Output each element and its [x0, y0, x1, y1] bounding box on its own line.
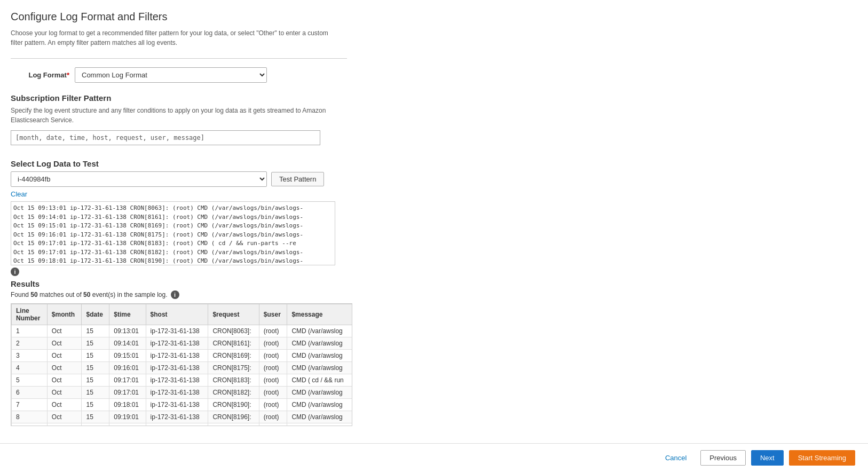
info-icon: i — [11, 268, 19, 276]
cell-message: CMD ( cd / && run — [287, 374, 352, 387]
table-row: 8 Oct 15 09:19:01 ip-172-31-61-138 CRON[… — [12, 411, 353, 423]
filter-pattern-input[interactable] — [11, 130, 320, 145]
start-streaming-button[interactable]: Start Streaming — [789, 450, 855, 466]
cell-message: CMD (/var/awslog — [287, 362, 352, 374]
cell-date: 15 — [82, 337, 109, 350]
cell-host: ip-172-31-61-138 — [146, 423, 208, 427]
cell-line: 4 — [12, 362, 48, 374]
cell-request: CRON[8190]: — [208, 399, 259, 411]
col-time: $time — [109, 304, 146, 325]
cell-date: 15 — [82, 423, 109, 427]
cell-host: ip-172-31-61-138 — [146, 337, 208, 350]
cell-time: 09:19:01 — [109, 411, 146, 423]
results-info-icon: i — [171, 290, 179, 299]
col-date: $date — [82, 304, 109, 325]
previous-button[interactable]: Previous — [700, 450, 746, 466]
table-row: 5 Oct 15 09:17:01 ip-172-31-61-138 CRON[… — [12, 374, 353, 387]
cell-month: Oct — [47, 362, 82, 374]
cell-request: CRON[8196]: — [208, 411, 259, 423]
cell-time: 09:17:01 — [109, 374, 146, 387]
page-description: Choose your log format to get a recommen… — [11, 28, 342, 48]
col-request: $request — [208, 304, 259, 325]
cancel-button[interactable]: Cancel — [657, 451, 695, 465]
cell-month: Oct — [47, 325, 82, 337]
cell-time: 09:17:01 — [109, 387, 146, 399]
cell-user: (root) — [259, 350, 287, 362]
cell-line: 8 — [12, 411, 48, 423]
cell-host: ip-172-31-61-138 — [146, 387, 208, 399]
cell-line: 2 — [12, 337, 48, 350]
cell-message: CMD (/var/awslog — [287, 411, 352, 423]
cell-date: 15 — [82, 325, 109, 337]
log-format-label: Log Format* — [11, 71, 75, 79]
results-table-header-row: LineNumber $month $date $time $host $req… — [12, 304, 353, 325]
cell-time: 09:16:01 — [109, 362, 146, 374]
results-table: LineNumber $month $date $time $host $req… — [11, 304, 352, 426]
cell-host: ip-172-31-61-138 — [146, 374, 208, 387]
table-row: 6 Oct 15 09:17:01 ip-172-31-61-138 CRON[… — [12, 387, 353, 399]
select-log-title: Select Log Data to Test — [11, 159, 347, 168]
log-instance-select[interactable]: i-440984fb i-123456ab i-789012cd — [11, 171, 267, 187]
results-table-container[interactable]: LineNumber $month $date $time $host $req… — [11, 303, 352, 426]
col-host: $host — [146, 304, 208, 325]
cell-month: Oct — [47, 337, 82, 350]
results-summary-text: Found 50 matches out of 50 event(s) in t… — [11, 291, 168, 298]
cell-request: CRON[8183]: — [208, 374, 259, 387]
cell-line: 9 — [12, 423, 48, 427]
cell-month: Oct — [47, 399, 82, 411]
next-button[interactable]: Next — [751, 450, 784, 466]
table-row: 7 Oct 15 09:18:01 ip-172-31-61-138 CRON[… — [12, 399, 353, 411]
cell-line: 3 — [12, 350, 48, 362]
subscription-filter-title: Subscription Filter Pattern — [11, 93, 347, 103]
table-row: 4 Oct 15 09:16:01 ip-172-31-61-138 CRON[… — [12, 362, 353, 374]
subscription-filter-section: Subscription Filter Pattern Specify the … — [11, 93, 347, 156]
cell-host: ip-172-31-61-138 — [146, 325, 208, 337]
cell-user: (root) — [259, 411, 287, 423]
cell-host: ip-172-31-61-138 — [146, 399, 208, 411]
test-pattern-button[interactable]: Test Pattern — [271, 172, 324, 186]
cell-month: Oct — [47, 350, 82, 362]
log-format-row: Log Format* Common Log Format Apache Log… — [11, 67, 347, 83]
cell-date: 15 — [82, 387, 109, 399]
log-format-select[interactable]: Common Log Format Apache Log Format Sysl… — [75, 67, 267, 83]
cell-user: (root) — [259, 337, 287, 350]
subscription-filter-description: Specify the log event structure and any … — [11, 106, 342, 125]
info-icon-row: i — [11, 268, 347, 276]
cell-line: 5 — [12, 374, 48, 387]
cell-message: CMD (/var/awslog — [287, 337, 352, 350]
cell-request: CRON[8169]: — [208, 350, 259, 362]
cell-user: (root) — [259, 423, 287, 427]
cell-line: 1 — [12, 325, 48, 337]
cell-user: (root) — [259, 362, 287, 374]
cell-request: CRON[8161]: — [208, 337, 259, 350]
table-row: 3 Oct 15 09:15:01 ip-172-31-61-138 CRON[… — [12, 350, 353, 362]
select-log-section: Select Log Data to Test i-440984fb i-123… — [11, 159, 347, 276]
cell-host: ip-172-31-61-138 — [146, 362, 208, 374]
cell-date: 15 — [82, 374, 109, 387]
cell-message: CMD (/var/awslog — [287, 399, 352, 411]
results-table-body: 1 Oct 15 09:13:01 ip-172-31-61-138 CRON[… — [12, 325, 353, 427]
cell-month: Oct — [47, 423, 82, 427]
results-summary: Found 50 matches out of 50 event(s) in t… — [11, 290, 347, 299]
cell-month: Oct — [47, 387, 82, 399]
col-month: $month — [47, 304, 82, 325]
clear-link[interactable]: Clear — [11, 190, 27, 198]
cell-time: 09:14:01 — [109, 337, 146, 350]
cell-time: 09:13:01 — [109, 325, 146, 337]
page-title: Configure Log Format and Filters — [11, 11, 347, 23]
title-divider — [11, 58, 347, 59]
cell-month: Oct — [47, 374, 82, 387]
cell-user: (root) — [259, 387, 287, 399]
table-row: 2 Oct 15 09:14:01 ip-172-31-61-138 CRON[… — [12, 337, 353, 350]
cell-time: 09:15:01 — [109, 350, 146, 362]
cell-date: 15 — [82, 350, 109, 362]
cell-time: 09:20:01 — [109, 423, 146, 427]
cell-request: CRON[8175]: — [208, 362, 259, 374]
cell-user: (root) — [259, 399, 287, 411]
cell-message: CMD (/var/awslog — [287, 423, 352, 427]
cell-date: 15 — [82, 399, 109, 411]
cell-message: CMD (/var/awslog — [287, 350, 352, 362]
results-title: Results — [11, 279, 347, 288]
select-log-row: i-440984fb i-123456ab i-789012cd Test Pa… — [11, 171, 347, 187]
cell-user: (root) — [259, 374, 287, 387]
